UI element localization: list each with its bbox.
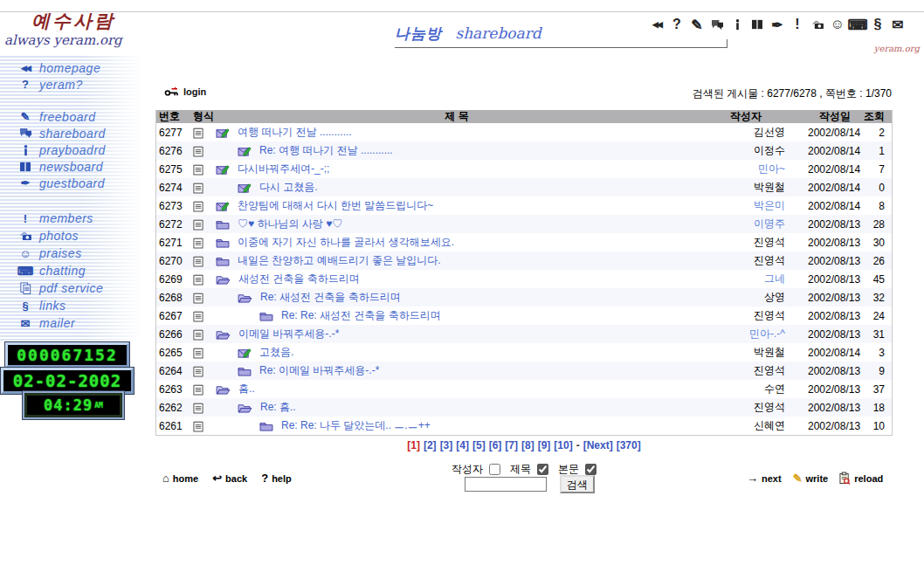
- post-title-link[interactable]: Re: 이메일 바꿔주세용-.-*: [259, 363, 379, 378]
- candle-icon: [16, 144, 35, 156]
- edit-icon: [238, 145, 252, 157]
- table-row: 6276Re: 여행 떠나기 전날 ...........이정수2002/08/…: [156, 141, 892, 160]
- post-title-link[interactable]: 찬양팀에 대해서 다시 한번 말씀드립니다~: [238, 198, 433, 213]
- sidebar-item-prayboadrd[interactable]: prayboadrd: [0, 141, 148, 158]
- sidebar-item-label: shareboard: [39, 127, 106, 141]
- help-button[interactable]: ? help: [261, 472, 292, 485]
- post-number: 6275: [156, 163, 190, 176]
- sidebar-item-freeboard[interactable]: ✎freeboard: [0, 108, 148, 125]
- time-suffix: AM: [94, 402, 103, 410]
- post-author[interactable]: 이명주: [754, 217, 785, 230]
- page-link[interactable]: [4]: [456, 439, 469, 451]
- toolbar-exclamation-icon[interactable]: !: [789, 14, 806, 35]
- toolbar-smiley-icon[interactable]: ☺: [829, 14, 846, 35]
- page-link[interactable]: [10]: [554, 439, 572, 451]
- folder-open-icon: [216, 274, 231, 285]
- post-title-link[interactable]: ♡♥ 하나님의 사랑 ♥♡: [238, 217, 342, 231]
- key-icon: [164, 86, 179, 97]
- post-author: 김선영: [754, 126, 785, 138]
- login-button[interactable]: login: [164, 86, 206, 97]
- sidebar-item-guestboard[interactable]: ✒guestboard: [0, 175, 148, 191]
- search-button[interactable]: 검색: [560, 475, 595, 493]
- next-button[interactable]: → next: [747, 472, 782, 485]
- page-link[interactable]: [6]: [489, 439, 502, 451]
- sidebar-item-photos[interactable]: photos: [0, 227, 148, 245]
- sidebar-item-mailer[interactable]: ✉mailer: [0, 314, 148, 332]
- post-author: 상영: [764, 291, 785, 303]
- page-link[interactable]: [9]: [538, 439, 551, 451]
- toolbar-keyboard-icon[interactable]: ⌨: [849, 14, 866, 35]
- toolbar-mail-icon[interactable]: ✉: [889, 14, 907, 35]
- page-link[interactable]: [5]: [472, 439, 486, 451]
- page-link[interactable]: [2]: [424, 439, 437, 451]
- search-title-checkbox[interactable]: [537, 464, 548, 475]
- table-row: 6275다시바꿔주세여-_-;;민아~2002/08/147: [156, 160, 892, 178]
- post-title-link[interactable]: Re: 여행 떠나기 전날 ...........: [259, 143, 393, 158]
- post-title-link[interactable]: 이메일 바꿔주세용-.-*: [238, 327, 339, 341]
- search-body-checkbox[interactable]: [585, 464, 596, 475]
- toolbar-pencil-icon[interactable]: ✎: [688, 14, 706, 35]
- edit-icon: [216, 163, 230, 176]
- table-row: 6270내일은 찬양하고 예배드리기 좋은 날입니다.진영석2002/08/13…: [156, 251, 892, 270]
- post-title-link[interactable]: 여행 떠나기 전날 ...........: [238, 125, 352, 140]
- back-button[interactable]: ↩ back: [212, 472, 247, 485]
- post-date: 2002/08/13: [794, 237, 862, 249]
- sidebar-item-chatting[interactable]: ⌨chatting: [0, 262, 148, 279]
- post-title-link[interactable]: Re: Re: 새성전 건축을 축하드리며: [281, 308, 441, 323]
- search-author-checkbox[interactable]: [489, 464, 500, 475]
- sidebar-item-label: homepage: [39, 61, 100, 75]
- toolbar-pen-icon[interactable]: ✒: [769, 14, 786, 35]
- table-row: 6272♡♥ 하나님의 사랑 ♥♡이명주2002/08/1328: [156, 215, 892, 233]
- page-link[interactable]: [3]: [440, 439, 453, 451]
- post-title-link[interactable]: Re: 흠..: [260, 400, 296, 415]
- sidebar-item-pdf-service[interactable]: pdf service: [0, 279, 148, 297]
- page-link[interactable]: [7]: [505, 439, 518, 451]
- toolbar-rewind-icon[interactable]: ◀◀: [648, 14, 665, 35]
- time-display-value: 04:29: [44, 396, 93, 414]
- post-title-link[interactable]: 새성전 건축을 축하드리며: [238, 272, 360, 286]
- post-number: 6271: [156, 237, 190, 249]
- toolbar-question-icon[interactable]: ?: [668, 14, 686, 35]
- sidebar-item-homepage[interactable]: ◀◀homepage: [0, 59, 148, 76]
- search-input[interactable]: [465, 477, 547, 492]
- table-row: 6274다시 고쳤음.박원철2002/08/140: [156, 178, 892, 196]
- post-title-link[interactable]: 내일은 찬양하고 예배드리기 좋은 날입니다.: [238, 253, 441, 268]
- doc-icon: [190, 383, 216, 396]
- post-date: 2002/08/13: [794, 365, 862, 377]
- sidebar-item-members[interactable]: !members: [0, 210, 148, 227]
- post-title-link[interactable]: 흠..: [238, 382, 255, 396]
- post-author[interactable]: 그네: [764, 272, 785, 285]
- toolbar-chat-icon[interactable]: [708, 14, 726, 35]
- post-number: 6272: [156, 218, 190, 231]
- sidebar-item-links[interactable]: §links: [0, 297, 148, 314]
- toolbar-candle-icon[interactable]: [728, 14, 746, 35]
- post-title-link[interactable]: Re: 새성전 건축을 축하드리며: [260, 290, 401, 305]
- sidebar-item-newsboard[interactable]: newsboard: [0, 158, 148, 175]
- write-button[interactable]: ✎ write: [793, 472, 829, 485]
- post-author[interactable]: 민아-.-^: [749, 327, 785, 340]
- toolbar-gift-icon[interactable]: [748, 14, 766, 35]
- post-views: 28: [862, 218, 892, 231]
- help-icon: ?: [261, 472, 268, 485]
- post-title-link[interactable]: 다시 고쳤음.: [259, 180, 318, 195]
- post-author[interactable]: 박은미: [754, 199, 785, 211]
- toolbar-ribbon-icon[interactable]: §: [869, 14, 886, 35]
- toolbar-camera-icon[interactable]: [809, 14, 826, 35]
- home-button[interactable]: ⌂ home: [162, 472, 198, 485]
- sidebar-item-yeram[interactable]: ?yeram?: [0, 76, 148, 93]
- search-author-label: 작성자: [452, 462, 483, 477]
- sidebar-item-praises[interactable]: ☺praises: [0, 245, 148, 262]
- reload-button[interactable]: reload: [839, 472, 883, 485]
- page-link[interactable]: [8]: [521, 439, 534, 451]
- post-title-link[interactable]: 이중에 자기 자신 하나를 골라서 생각해보세요.: [238, 235, 454, 250]
- page-next[interactable]: [Next]: [583, 439, 613, 451]
- post-title-link[interactable]: Re: Re: 나두 달았는데.. ㅡ.ㅡ++: [281, 418, 431, 433]
- sidebar-item-shareboard[interactable]: shareboard: [0, 125, 148, 141]
- post-title-link[interactable]: 고쳤음.: [259, 345, 293, 360]
- header-date: 작성일: [794, 109, 862, 124]
- post-date: 2002/08/13: [794, 328, 862, 341]
- post-author[interactable]: 민아~: [758, 162, 785, 175]
- page-last[interactable]: [370]: [617, 439, 641, 451]
- post-title-link[interactable]: 다시바꿔주세여-_-;;: [238, 162, 329, 176]
- post-number: 6269: [156, 273, 190, 286]
